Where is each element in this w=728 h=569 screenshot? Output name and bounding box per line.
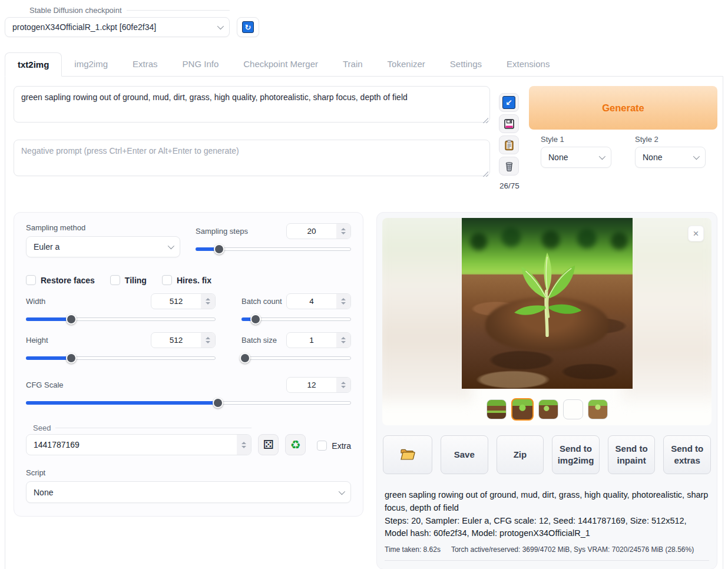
script-value: None <box>34 488 334 497</box>
stepper-arrows-icon[interactable] <box>201 333 215 348</box>
height-slider[interactable] <box>26 353 216 363</box>
generated-image[interactable] <box>462 218 633 389</box>
txt2img-panel: green sapling rowing out of ground, mud,… <box>5 76 723 569</box>
thumbnail-gallery <box>487 399 608 421</box>
reuse-seed-button[interactable]: ♻ <box>285 434 306 455</box>
batch-size-label: Batch size <box>241 336 277 345</box>
checkpoint-header: Stable Diffusion checkpoint protogenX34O… <box>0 0 728 37</box>
stepper-arrows-icon[interactable] <box>336 378 350 392</box>
close-icon: × <box>693 228 699 240</box>
stepper-arrows-icon[interactable] <box>336 224 350 239</box>
paste-arrow-icon: ↙ <box>502 96 515 109</box>
sampling-method-dropdown[interactable]: Euler a <box>26 236 180 257</box>
thumbnail-3[interactable] <box>538 399 558 419</box>
send-to-inpaint-button[interactable]: Send to inpaint <box>608 435 656 474</box>
batch-size-slider[interactable] <box>241 353 351 363</box>
extra-seed-checkbox[interactable]: Extra <box>317 441 351 451</box>
tab-train[interactable]: Train <box>330 52 375 76</box>
sampling-steps-label: Sampling steps <box>196 227 248 236</box>
chevron-down-icon <box>693 153 700 160</box>
checkpoint-selector-block: Stable Diffusion checkpoint protogenX34O… <box>5 6 230 37</box>
checkbox-icon <box>317 441 327 451</box>
width-label: Width <box>26 297 45 306</box>
checkpoint-label: Stable Diffusion checkpoint <box>29 6 122 15</box>
chevron-down-icon <box>339 488 345 494</box>
clear-prompt-button[interactable] <box>499 157 519 176</box>
seed-label-rule <box>55 428 252 428</box>
open-folder-button[interactable] <box>383 435 432 474</box>
style1-value: None <box>548 153 594 162</box>
style1-label: Style 1 <box>541 135 611 144</box>
batch-count-slider[interactable] <box>241 314 351 325</box>
tiling-checkbox[interactable]: Tiling <box>110 275 147 285</box>
send-to-extras-button[interactable]: Send to extras <box>663 435 711 474</box>
tab-checkpoint-merger[interactable]: Checkpoint Merger <box>231 52 330 76</box>
tab-settings[interactable]: Settings <box>438 52 494 76</box>
thumbnail-5[interactable] <box>588 399 608 419</box>
stepper-arrows-icon[interactable] <box>201 294 215 309</box>
generate-button[interactable]: Generate <box>529 86 717 130</box>
seed-input[interactable]: 1441787169 <box>26 434 252 455</box>
style2-label: Style 2 <box>635 135 706 144</box>
chevron-down-icon <box>217 23 224 29</box>
thumbnail-4[interactable] <box>563 399 583 419</box>
prompt-input[interactable]: green sapling rowing out of ground, mud,… <box>14 86 490 123</box>
width-input[interactable]: 512 <box>151 293 216 309</box>
style2-value: None <box>643 153 689 162</box>
refresh-checkpoint-button[interactable]: ↻ <box>237 17 259 37</box>
checkpoint-label-rule <box>127 10 230 11</box>
floppy-disk-icon <box>504 118 515 130</box>
recycle-icon: ♻ <box>290 438 301 452</box>
sampling-steps-input[interactable]: 20 <box>286 223 351 239</box>
info-prompt-text: green sapling rowing out of ground, mud,… <box>385 489 709 515</box>
tab-extras[interactable]: Extras <box>120 52 170 76</box>
script-label: Script <box>26 468 351 477</box>
trash-icon <box>504 161 515 172</box>
batch-count-input[interactable]: 4 <box>286 293 351 309</box>
blurred-image-edge <box>621 218 712 402</box>
tab-img2img[interactable]: img2img <box>62 52 120 76</box>
save-style-button[interactable] <box>499 114 519 133</box>
tab-extensions[interactable]: Extensions <box>494 52 562 76</box>
zip-button[interactable]: Zip <box>497 435 544 474</box>
time-taken-text: Time taken: 8.62s <box>385 545 441 554</box>
stepper-arrows-icon[interactable] <box>336 333 350 348</box>
cfg-scale-input[interactable]: 12 <box>286 377 351 393</box>
sampling-steps-slider[interactable] <box>196 244 351 254</box>
send-to-img2img-button[interactable]: Send to img2img <box>552 435 600 474</box>
chevron-down-icon <box>599 153 605 160</box>
cfg-scale-slider[interactable] <box>26 398 351 408</box>
refresh-icon: ↻ <box>242 21 254 33</box>
stepper-arrows-icon[interactable] <box>336 294 350 309</box>
height-label: Height <box>26 336 48 345</box>
checkpoint-label-row: Stable Diffusion checkpoint <box>29 6 230 15</box>
tab-txt2img[interactable]: txt2img <box>5 52 62 77</box>
checkpoint-value: protogenX34OfficialR_1.ckpt [60fe2f34] <box>12 22 213 32</box>
tab-tokenizer[interactable]: Tokenizer <box>375 52 438 76</box>
checkbox-icon <box>162 275 172 285</box>
blurred-image-edge <box>382 218 472 402</box>
width-slider[interactable] <box>26 314 216 325</box>
seed-label: Seed <box>33 424 51 432</box>
folder-icon <box>400 448 415 461</box>
stepper-arrows-icon[interactable] <box>237 435 251 455</box>
close-image-button[interactable]: × <box>688 226 704 242</box>
height-input[interactable]: 512 <box>151 332 216 348</box>
save-button[interactable]: Save <box>441 435 488 474</box>
paste-params-button[interactable]: ↙ <box>499 93 519 112</box>
batch-size-input[interactable]: 1 <box>286 332 351 348</box>
vram-usage-text: Torch active/reserved: 3699/4702 MiB, Sy… <box>451 545 694 554</box>
random-seed-button[interactable]: ⚄ <box>258 434 279 455</box>
style1-dropdown[interactable]: None <box>541 147 611 168</box>
checkpoint-dropdown[interactable]: protogenX34OfficialR_1.ckpt [60fe2f34] <box>5 17 230 37</box>
style2-dropdown[interactable]: None <box>635 147 706 168</box>
sapling-illustration <box>503 237 591 337</box>
restore-faces-checkbox[interactable]: Restore faces <box>26 275 95 285</box>
hires-fix-checkbox[interactable]: Hires. fix <box>162 275 211 285</box>
tab-png-info[interactable]: PNG Info <box>170 52 231 76</box>
thumbnail-1[interactable] <box>487 399 507 419</box>
apply-style-button[interactable] <box>499 135 519 154</box>
script-dropdown[interactable]: None <box>26 481 351 503</box>
negative-prompt-input[interactable] <box>14 140 490 176</box>
thumbnail-2-selected[interactable] <box>511 398 534 421</box>
